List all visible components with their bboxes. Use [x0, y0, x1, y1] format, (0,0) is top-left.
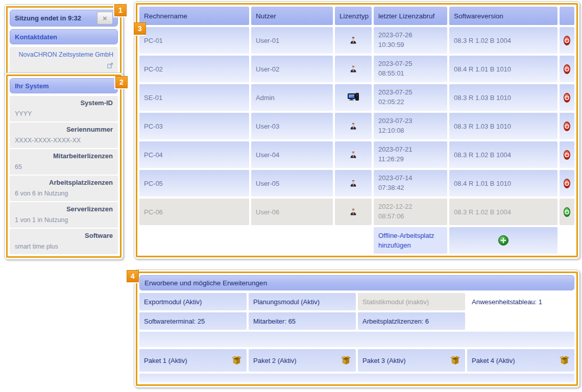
system-info-panel: Ihr System System-ID YYYY Seriennummer X…: [4, 72, 124, 260]
session-countdown: Sitzung endet in 9:32: [15, 14, 81, 22]
system-row: Arbeitsplatzlizenzen 6 von 6 in Nutzung: [10, 176, 118, 201]
package-box-icon: [341, 356, 351, 365]
power-off-button[interactable]: [564, 36, 570, 45]
cell-last-fetch: 2023-07-2502:05:22: [374, 84, 447, 111]
external-link-icon: [107, 61, 113, 72]
cell-user: Admin: [251, 84, 333, 111]
system-row: Mitarbeiterlizenzen 65: [10, 149, 118, 175]
cell-actions: [560, 113, 574, 139]
system-row-value: XXXX-XXXX-XXXX-XX: [15, 137, 113, 144]
session-bar: Sitzung endet in 9:32 ×: [10, 10, 118, 27]
empty-cell: [139, 227, 249, 254]
cell-user: User-06: [251, 199, 333, 225]
annotation-badge-2: 2: [115, 76, 128, 88]
add-icon[interactable]: [498, 235, 508, 246]
package-3: Paket 3 (Aktiv): [358, 349, 465, 372]
company-link[interactable]: NovaCHRON Zeitsysteme GmbH: [19, 51, 113, 58]
cell-last-fetch: 2023-07-2508:55:01: [374, 56, 447, 82]
cell-actions: [560, 199, 574, 225]
power-off-button[interactable]: [564, 179, 570, 188]
package-box-icon: [231, 356, 242, 365]
system-row-label: System-ID: [15, 99, 113, 107]
col-header-license-type: Lizenztyp: [335, 7, 372, 25]
cell-last-fetch: 2023-07-1407:38:42: [374, 170, 447, 197]
cell-last-fetch: 2023-07-2312:10:08: [374, 113, 447, 139]
cell-computer: PC-02: [139, 56, 249, 82]
cell-computer: PC-04: [139, 141, 249, 168]
col-header-last-fetch: letzter Lizenzabruf: [374, 7, 447, 25]
system-row: System-ID YYYY: [10, 96, 118, 121]
cell-version: 08.4 R 1.01 B 1010: [449, 170, 557, 197]
empty-cell: [251, 227, 333, 254]
col-header-computer: Rechnername: [139, 7, 249, 25]
user-icon: [349, 179, 357, 187]
server-icon: [348, 93, 359, 102]
cell-last-fetch: 2023-07-2610:30:59: [374, 27, 447, 54]
contact-header-bar: Kontaktdaten: [10, 29, 118, 44]
user-icon: [349, 151, 357, 159]
user-icon: [349, 122, 357, 130]
cell-user: User-05: [251, 170, 333, 197]
cell-computer: PC-05: [139, 170, 249, 197]
empty-cell: [335, 227, 372, 254]
cell-actions: [560, 56, 574, 82]
cell-version: 08.4 R 1.01 B 1010: [449, 56, 557, 82]
user-icon: [349, 65, 357, 73]
system-header: Ihr System: [15, 82, 48, 90]
cell-license-type: [335, 199, 372, 225]
module-exportmodul: Exportmodul (Aktiv): [139, 293, 247, 310]
bottom-band: [139, 374, 574, 382]
cell-license-type: [335, 113, 372, 139]
annotation-badge-4: 4: [127, 270, 139, 282]
power-on-button[interactable]: [564, 207, 570, 217]
col-header-version: Softwareversion: [449, 7, 557, 25]
module-planungsmodul: Planungsmodul (Aktiv): [249, 293, 356, 310]
col-header-actions: [560, 7, 574, 25]
system-row-label: Arbeitsplatzlizenzen: [15, 179, 113, 186]
system-row-value: 1 von 1 in Nutzung: [15, 216, 113, 224]
cell-user: User-03: [251, 113, 333, 139]
system-row-value: smart time plus: [15, 243, 113, 250]
add-offline-workstation-link[interactable]: Offline-Arbeitsplatz hinzufügen: [374, 227, 447, 254]
user-icon: [349, 208, 357, 216]
module-arbeitsplatzlizenzen: Arbeitsplatzlizenzen: 6: [358, 312, 465, 330]
module-statistikmodul: Statistikmodul (inaktiv): [358, 293, 465, 310]
contact-header: Kontaktdaten: [15, 33, 57, 41]
cell-actions: [560, 141, 574, 168]
system-header-bar: Ihr System: [10, 78, 118, 93]
license-table: Rechnername Nutzer Lizenztyp letzter Liz…: [139, 7, 574, 254]
module-empty: [467, 312, 574, 330]
cell-actions: [560, 27, 574, 54]
system-row-value: 65: [15, 163, 113, 170]
cell-version: 08.3 R 1.02 B 1004: [449, 141, 557, 168]
package-4: Paket 4 (Aktiv): [467, 349, 574, 372]
extensions-header: Erworbene und mögliche Erweiterungen: [144, 279, 267, 287]
separator-band: [139, 332, 574, 347]
power-off-button[interactable]: [564, 150, 570, 160]
module-mitarbeiter: Mitarbeiter: 65: [249, 312, 356, 330]
system-row: Seriennummer XXXX-XXXX-XXXX-XX: [10, 122, 118, 148]
extensions-grid: Exportmodul (Aktiv) Planungsmodul (Aktiv…: [139, 293, 574, 382]
power-off-button[interactable]: [564, 64, 570, 74]
close-button[interactable]: ×: [97, 12, 113, 24]
cell-user: User-04: [251, 141, 333, 168]
user-icon: [349, 36, 357, 44]
extensions-panel: Erworbene und mögliche Erweiterungen Exp…: [134, 270, 580, 388]
power-off-button[interactable]: [564, 121, 570, 131]
cell-last-fetch: 2023-07-2111:26:29: [374, 141, 447, 168]
system-row: Software smart time plus: [10, 229, 118, 254]
license-table-panel: Rechnername Nutzer Lizenztyp letzter Liz…: [134, 1, 580, 259]
system-row-label: Serverlizenzen: [15, 205, 113, 213]
power-off-button[interactable]: [564, 93, 570, 103]
cell-license-type: [335, 56, 372, 82]
cell-computer: PC-03: [139, 113, 249, 139]
cell-license-type: [335, 27, 372, 54]
cell-computer: SE-01: [139, 84, 249, 111]
system-row-label: Software: [15, 232, 113, 239]
system-row-label: Mitarbeiterlizenzen: [15, 152, 113, 160]
annotation-badge-1: 1: [114, 4, 127, 16]
cell-version: 08.3 R 1.02 B 1004: [449, 27, 557, 54]
add-offline-workstation-cell: [449, 227, 557, 254]
package-box-icon: [559, 356, 570, 365]
empty-cell: [560, 227, 574, 254]
